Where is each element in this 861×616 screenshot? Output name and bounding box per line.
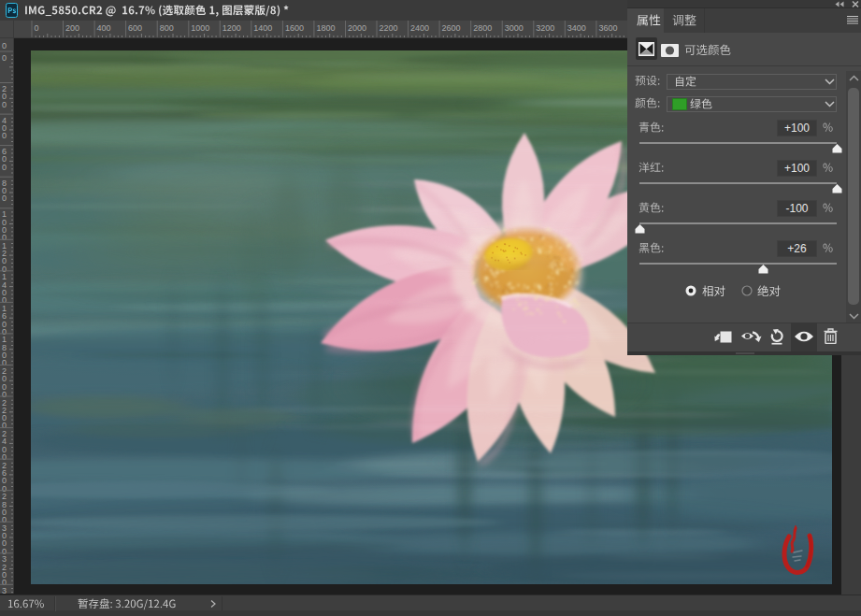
svg-text:0: 0 bbox=[2, 193, 7, 203]
svg-text:3: 3 bbox=[2, 586, 7, 594]
svg-text:0: 0 bbox=[2, 163, 7, 172]
svg-text:2800: 2800 bbox=[473, 23, 492, 33]
svg-text:3200: 3200 bbox=[536, 23, 554, 33]
svg-text:200: 200 bbox=[65, 23, 79, 33]
svg-text:0: 0 bbox=[2, 100, 7, 109]
svg-text:3000: 3000 bbox=[505, 23, 524, 33]
svg-text:1600: 1600 bbox=[285, 23, 304, 33]
svg-text:800: 800 bbox=[160, 23, 174, 33]
svg-text:2600: 2600 bbox=[442, 23, 461, 33]
svg-text:2400: 2400 bbox=[410, 23, 429, 33]
svg-text:0: 0 bbox=[2, 131, 7, 140]
svg-text:0: 0 bbox=[2, 53, 7, 63]
svg-text:1200: 1200 bbox=[222, 23, 241, 33]
svg-text:1400: 1400 bbox=[253, 23, 272, 33]
svg-text:1000: 1000 bbox=[191, 23, 209, 33]
svg-text:600: 600 bbox=[128, 23, 142, 33]
svg-text:2000: 2000 bbox=[348, 23, 366, 33]
svg-text:3600: 3600 bbox=[598, 23, 617, 33]
svg-text:400: 400 bbox=[97, 23, 111, 33]
svg-text:0: 0 bbox=[2, 41, 7, 50]
svg-text:2200: 2200 bbox=[380, 23, 398, 33]
svg-text:0: 0 bbox=[35, 23, 39, 33]
svg-text:1800: 1800 bbox=[316, 23, 335, 33]
svg-text:3400: 3400 bbox=[567, 23, 586, 33]
